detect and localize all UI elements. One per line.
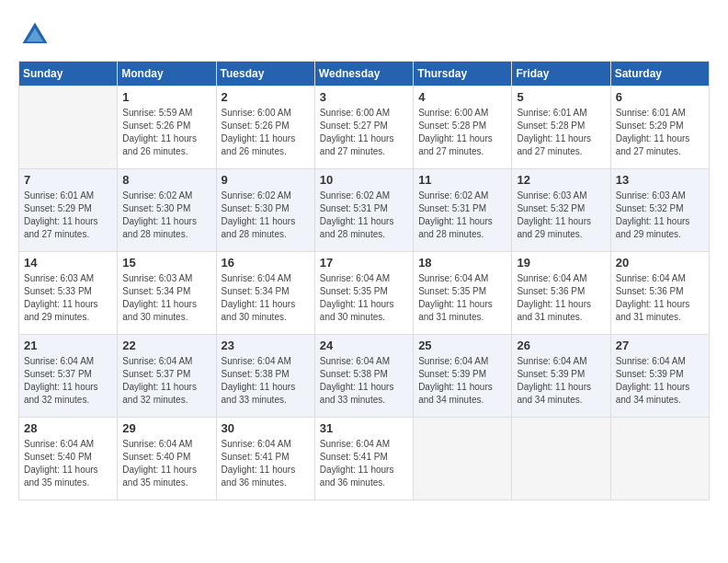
day-info: Sunrise: 6:04 AM Sunset: 5:40 PM Dayligh…	[122, 438, 210, 489]
day-number: 31	[320, 421, 408, 435]
day-info: Sunrise: 6:04 AM Sunset: 5:41 PM Dayligh…	[320, 438, 408, 489]
calendar-cell: 16Sunrise: 6:04 AM Sunset: 5:34 PM Dayli…	[216, 252, 314, 335]
day-info: Sunrise: 6:00 AM Sunset: 5:27 PM Dayligh…	[320, 107, 408, 158]
day-number: 29	[122, 421, 210, 435]
day-info: Sunrise: 6:02 AM Sunset: 5:30 PM Dayligh…	[122, 190, 210, 241]
calendar-cell: 1Sunrise: 5:59 AM Sunset: 5:26 PM Daylig…	[118, 86, 216, 169]
day-number: 18	[418, 256, 506, 270]
calendar-header-saturday: Saturday	[610, 62, 709, 86]
day-info: Sunrise: 6:00 AM Sunset: 5:28 PM Dayligh…	[418, 107, 506, 158]
calendar-header-friday: Friday	[512, 62, 610, 86]
calendar-cell: 6Sunrise: 6:01 AM Sunset: 5:29 PM Daylig…	[610, 86, 709, 169]
calendar-cell: 15Sunrise: 6:03 AM Sunset: 5:34 PM Dayli…	[118, 252, 216, 335]
day-number: 24	[320, 339, 408, 352]
day-number: 16	[222, 256, 310, 270]
day-info: Sunrise: 6:04 AM Sunset: 5:37 PM Dayligh…	[122, 355, 210, 407]
day-info: Sunrise: 6:04 AM Sunset: 5:36 PM Dayligh…	[517, 272, 605, 324]
calendar-cell	[610, 418, 709, 500]
calendar-cell: 24Sunrise: 6:04 AM Sunset: 5:38 PM Dayli…	[314, 335, 413, 418]
day-info: Sunrise: 6:04 AM Sunset: 5:41 PM Dayligh…	[222, 438, 310, 489]
day-info: Sunrise: 6:03 AM Sunset: 5:33 PM Dayligh…	[24, 272, 112, 324]
calendar-header-wednesday: Wednesday	[314, 62, 413, 86]
day-info: Sunrise: 6:01 AM Sunset: 5:29 PM Dayligh…	[24, 190, 112, 241]
calendar-cell: 20Sunrise: 6:04 AM Sunset: 5:36 PM Dayli…	[610, 252, 709, 335]
calendar-cell: 29Sunrise: 6:04 AM Sunset: 5:40 PM Dayli…	[118, 418, 216, 500]
day-info: Sunrise: 6:04 AM Sunset: 5:35 PM Dayligh…	[320, 272, 408, 324]
day-number: 27	[616, 339, 704, 352]
calendar-cell: 2Sunrise: 6:00 AM Sunset: 5:26 PM Daylig…	[216, 86, 314, 169]
calendar-cell: 27Sunrise: 6:04 AM Sunset: 5:39 PM Dayli…	[610, 335, 709, 418]
day-number: 1	[122, 90, 210, 104]
day-info: Sunrise: 6:04 AM Sunset: 5:39 PM Dayligh…	[418, 355, 506, 407]
calendar-cell: 26Sunrise: 6:04 AM Sunset: 5:39 PM Dayli…	[512, 335, 610, 418]
day-info: Sunrise: 6:04 AM Sunset: 5:39 PM Dayligh…	[616, 355, 704, 407]
day-number: 22	[122, 339, 210, 352]
day-number: 6	[616, 90, 704, 104]
day-number: 23	[222, 339, 310, 352]
calendar-cell	[19, 86, 118, 169]
calendar-cell: 19Sunrise: 6:04 AM Sunset: 5:36 PM Dayli…	[512, 252, 610, 335]
day-info: Sunrise: 6:03 AM Sunset: 5:32 PM Dayligh…	[616, 190, 704, 241]
page-header	[18, 18, 710, 52]
day-info: Sunrise: 6:04 AM Sunset: 5:36 PM Dayligh…	[616, 272, 704, 324]
day-number: 11	[418, 173, 506, 187]
day-number: 25	[418, 339, 506, 352]
calendar-cell: 13Sunrise: 6:03 AM Sunset: 5:32 PM Dayli…	[610, 169, 709, 252]
day-number: 7	[24, 173, 112, 187]
calendar-cell: 10Sunrise: 6:02 AM Sunset: 5:31 PM Dayli…	[314, 169, 413, 252]
day-info: Sunrise: 6:04 AM Sunset: 5:39 PM Dayligh…	[517, 355, 605, 407]
calendar-cell: 23Sunrise: 6:04 AM Sunset: 5:38 PM Dayli…	[216, 335, 314, 418]
calendar-table: SundayMondayTuesdayWednesdayThursdayFrid…	[18, 61, 710, 500]
day-number: 17	[320, 256, 408, 270]
calendar-header-thursday: Thursday	[414, 62, 512, 86]
day-number: 10	[320, 173, 408, 187]
day-info: Sunrise: 6:04 AM Sunset: 5:40 PM Dayligh…	[24, 438, 112, 489]
day-info: Sunrise: 6:04 AM Sunset: 5:35 PM Dayligh…	[418, 272, 506, 324]
day-number: 26	[517, 339, 605, 352]
calendar-header-tuesday: Tuesday	[216, 62, 314, 86]
logo	[18, 18, 57, 52]
calendar-cell: 12Sunrise: 6:03 AM Sunset: 5:32 PM Dayli…	[512, 169, 610, 252]
day-number: 28	[24, 421, 112, 435]
day-number: 2	[222, 90, 310, 104]
day-info: Sunrise: 6:04 AM Sunset: 5:38 PM Dayligh…	[320, 355, 408, 407]
day-number: 14	[24, 256, 112, 270]
calendar-cell: 4Sunrise: 6:00 AM Sunset: 5:28 PM Daylig…	[414, 86, 512, 169]
calendar-cell: 5Sunrise: 6:01 AM Sunset: 5:28 PM Daylig…	[512, 86, 610, 169]
day-number: 20	[616, 256, 704, 270]
day-number: 4	[418, 90, 506, 104]
day-number: 21	[24, 339, 112, 352]
day-number: 8	[122, 173, 210, 187]
day-info: Sunrise: 6:00 AM Sunset: 5:26 PM Dayligh…	[222, 107, 310, 158]
day-number: 13	[616, 173, 704, 187]
day-info: Sunrise: 6:02 AM Sunset: 5:30 PM Dayligh…	[222, 190, 310, 241]
day-number: 19	[517, 256, 605, 270]
calendar-header-row: SundayMondayTuesdayWednesdayThursdayFrid…	[19, 62, 710, 86]
calendar-cell: 7Sunrise: 6:01 AM Sunset: 5:29 PM Daylig…	[19, 169, 118, 252]
calendar-header-sunday: Sunday	[19, 62, 118, 86]
calendar-week-row: 14Sunrise: 6:03 AM Sunset: 5:33 PM Dayli…	[19, 252, 710, 335]
calendar-cell: 17Sunrise: 6:04 AM Sunset: 5:35 PM Dayli…	[314, 252, 413, 335]
day-number: 5	[517, 90, 605, 104]
calendar-week-row: 1Sunrise: 5:59 AM Sunset: 5:26 PM Daylig…	[19, 86, 710, 169]
day-info: Sunrise: 5:59 AM Sunset: 5:26 PM Dayligh…	[122, 107, 210, 158]
day-info: Sunrise: 6:01 AM Sunset: 5:29 PM Dayligh…	[616, 107, 704, 158]
calendar-cell: 18Sunrise: 6:04 AM Sunset: 5:35 PM Dayli…	[414, 252, 512, 335]
logo-icon	[18, 18, 51, 52]
day-info: Sunrise: 6:04 AM Sunset: 5:37 PM Dayligh…	[24, 355, 112, 407]
day-number: 30	[222, 421, 310, 435]
calendar-cell: 30Sunrise: 6:04 AM Sunset: 5:41 PM Dayli…	[216, 418, 314, 500]
day-info: Sunrise: 6:02 AM Sunset: 5:31 PM Dayligh…	[418, 190, 506, 241]
calendar-cell: 14Sunrise: 6:03 AM Sunset: 5:33 PM Dayli…	[19, 252, 118, 335]
calendar-week-row: 28Sunrise: 6:04 AM Sunset: 5:40 PM Dayli…	[19, 418, 710, 500]
day-number: 9	[222, 173, 310, 187]
calendar-cell: 9Sunrise: 6:02 AM Sunset: 5:30 PM Daylig…	[216, 169, 314, 252]
calendar-week-row: 21Sunrise: 6:04 AM Sunset: 5:37 PM Dayli…	[19, 335, 710, 418]
calendar-week-row: 7Sunrise: 6:01 AM Sunset: 5:29 PM Daylig…	[19, 169, 710, 252]
day-info: Sunrise: 6:04 AM Sunset: 5:34 PM Dayligh…	[222, 272, 310, 324]
day-info: Sunrise: 6:03 AM Sunset: 5:34 PM Dayligh…	[122, 272, 210, 324]
day-number: 12	[517, 173, 605, 187]
day-info: Sunrise: 6:01 AM Sunset: 5:28 PM Dayligh…	[517, 107, 605, 158]
calendar-cell: 11Sunrise: 6:02 AM Sunset: 5:31 PM Dayli…	[414, 169, 512, 252]
day-number: 3	[320, 90, 408, 104]
